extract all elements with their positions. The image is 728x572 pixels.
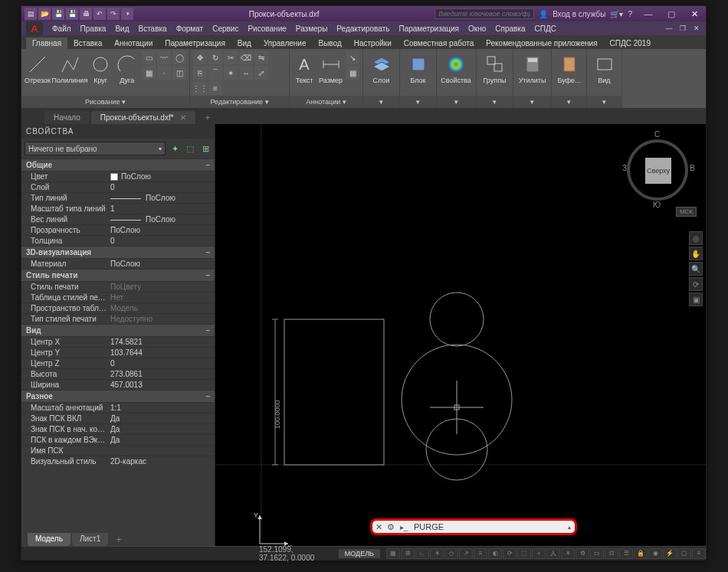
prop-thickness[interactable]: Толщина0 [21,235,215,246]
menu-insert[interactable]: Вставка [133,25,171,33]
command-line[interactable]: ✕ ⚙ ▸_ ▴ [370,518,577,535]
dimension-button[interactable]: Размер [319,51,343,84]
section-3dviz[interactable]: 3D-визуализация [21,246,215,258]
spline-icon[interactable]: 〰 [157,51,171,64]
prop-ascale[interactable]: Масштаб аннотаций1:1 [21,402,215,413]
status-units-icon[interactable]: ⊡ [605,548,618,559]
polyline-button[interactable]: Полилиния [54,51,86,84]
groups-button[interactable]: Группы [480,51,510,84]
command-input[interactable] [411,522,564,531]
nav-showmotion-icon[interactable]: ▣ [689,293,703,306]
menu-spds[interactable]: СПДС [530,25,561,33]
prop-width[interactable]: Ширина457.0013 [21,379,215,390]
status-dyn-icon[interactable]: + [532,548,546,559]
drawing-canvas[interactable]: 100.0000 XY Сверху С Ю З В МСК ◎ ✋ 🔍 ⟳ ▣ [215,124,706,546]
viewcube-north[interactable]: С [654,130,660,139]
doc-tab-add-button[interactable]: ＋ [197,111,218,124]
viewcube[interactable]: Сверху С Ю З В [627,132,692,212]
menu-draw[interactable]: Рисование [243,25,290,33]
section-misc[interactable]: Разное [21,390,215,402]
qat-plot-icon[interactable]: 🖶 [80,8,92,20]
search-input[interactable] [435,8,534,19]
move-icon[interactable]: ✥ [193,51,207,64]
help-icon[interactable]: ? [628,10,632,18]
rotate-icon[interactable]: ↻ [208,51,222,64]
ribbon-tab-view[interactable]: Вид [231,38,257,49]
cmdline-history-icon[interactable]: ▴ [564,524,575,531]
viewcube-wcs[interactable]: МСК [676,207,697,217]
prop-layer[interactable]: Слой0 [21,181,215,192]
cmdline-close-icon[interactable]: ✕ [372,522,385,532]
panel-title-draw[interactable]: Рисование ▾ [21,96,189,108]
status-monitor-icon[interactable]: ▭ [590,548,604,559]
ribbon-tab-insert[interactable]: Вставка [67,38,108,49]
prop-ucson[interactable]: Знак ПСК ВКЛДа [21,413,215,423]
properties-selector-combo[interactable]: Ничего не выбрано [25,142,166,155]
status-custom-icon[interactable]: ≡ [692,548,706,559]
view-button[interactable]: Вид [590,51,618,84]
ribbon-tab-addins[interactable]: Настройки [348,38,398,49]
prop-vstyle[interactable]: Визуальный стиль2D-каркас [21,456,215,466]
qat-dropdown-icon[interactable] [121,8,133,20]
status-grid-icon[interactable]: ▦ [386,548,400,559]
status-cycling-icon[interactable]: ⟳ [503,548,516,559]
status-transparency-icon[interactable]: ◐ [488,548,502,559]
menu-format[interactable]: Формат [172,25,208,33]
prop-height[interactable]: Высота273.0861 [21,368,215,379]
status-clean-icon[interactable]: ▢ [677,548,691,559]
doc-restore-button[interactable]: ❐ [677,23,689,34]
table-icon[interactable]: ▦ [346,66,359,80]
properties-button[interactable]: Свойства [440,51,472,84]
offset-icon[interactable]: ≡ [208,81,222,95]
status-isolate-icon[interactable]: ◉ [648,548,662,559]
trim-icon[interactable]: ✂ [224,51,238,64]
qat-saveas-icon[interactable]: 💾 [66,8,78,20]
layout-tab-layout1[interactable]: Лист1 [72,533,108,546]
prop-material[interactable]: МатериалПоСлою [21,258,215,269]
scale-icon[interactable]: ⤢ [254,66,268,80]
erase-icon[interactable]: ⌫ [239,51,253,64]
menu-window[interactable]: Окно [464,25,490,33]
prop-linetype[interactable]: Тип линийПоСлою [21,192,215,203]
section-general[interactable]: Общие [21,159,215,171]
menu-view[interactable]: Вид [110,25,133,33]
panel-title-annotation[interactable]: Аннотации ▾ [290,96,362,108]
panel-title-groups[interactable]: ▾ [477,96,513,108]
explode-icon[interactable]: ✶ [224,66,238,80]
nav-zoom-icon[interactable]: 🔍 [689,262,703,276]
status-3dosnap-icon[interactable]: ⬚ [517,548,531,559]
status-qprops-icon[interactable]: ☰ [619,548,633,559]
ribbon-tab-manage[interactable]: Управление [257,38,313,49]
layers-button[interactable]: Слои [366,51,396,84]
status-coords[interactable]: 152.1099, 37.1622, 0.0000 [251,545,333,562]
panel-title-block[interactable]: ▾ [400,96,436,108]
prop-centerx[interactable]: Центр X174.5821 [21,336,215,347]
status-hw-icon[interactable]: ⚡ [663,548,677,559]
array-icon[interactable]: ⋮⋮ [193,81,207,95]
circle-button[interactable]: Круг [89,51,113,84]
pickadd-icon[interactable]: ⊞ [199,142,212,155]
close-button[interactable]: ✕ [683,6,706,21]
status-osnap-icon[interactable]: ◇ [444,548,458,559]
section-plotstyle[interactable]: Стиль печати [21,269,215,281]
viewcube-face[interactable]: Сверху [645,158,671,184]
text-button[interactable]: AТекст [293,51,316,84]
nav-pan-icon[interactable]: ✋ [689,247,703,260]
prop-color[interactable]: ЦветПоСлою [21,171,215,181]
maximize-button[interactable]: ▢ [660,6,683,21]
qat-new-icon[interactable]: ▤ [25,8,37,20]
fillet-icon[interactable]: ⌒ [208,66,222,80]
doc-tab-start[interactable]: Начало [44,111,90,124]
quickselect-icon[interactable]: ✦ [169,142,181,155]
ribbon-tab-home[interactable]: Главная [26,38,67,49]
ribbon-tab-parametric[interactable]: Параметризация [159,38,231,49]
doc-tab-active[interactable]: Прокси-объекты.dxf* ✕ [91,111,196,124]
signin-icon[interactable]: 👤 [539,10,548,18]
qat-redo-icon[interactable]: ↷ [107,8,120,20]
prop-ucsvp[interactable]: ПСК в каждом ВЭкра...Да [21,434,215,445]
status-otrack-icon[interactable]: ↗ [459,548,473,559]
utilities-button[interactable]: Утилиты [516,51,548,84]
ribbon-tab-output[interactable]: Вывод [313,38,348,49]
qat-open-icon[interactable]: 📂 [38,8,51,20]
status-model-button[interactable]: МОДЕЛЬ [339,549,380,558]
